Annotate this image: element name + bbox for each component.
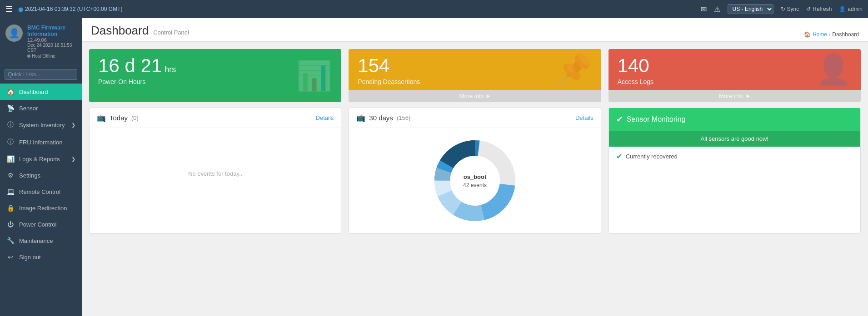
user-icon: 👤 bbox=[839, 6, 846, 12]
sidebar-item-sensor[interactable]: 📡 Sensor bbox=[0, 100, 82, 116]
sidebar-item-signout[interactable]: ↩ Sign out bbox=[0, 249, 82, 265]
access-logs-label: Access Logs bbox=[618, 78, 852, 85]
access-logs-more-info[interactable]: More info ➤ bbox=[609, 90, 861, 102]
30days-details-link[interactable]: Details bbox=[575, 114, 594, 121]
sidebar-item-fru[interactable]: ⓘ FRU Information bbox=[0, 133, 82, 151]
today-details-link[interactable]: Details bbox=[316, 114, 334, 121]
menu-icon[interactable]: ☰ bbox=[5, 4, 13, 14]
sensor-recovered-label: Currently recovered bbox=[626, 153, 678, 160]
check-circle-icon: ✔ bbox=[616, 114, 623, 124]
admin-button[interactable]: 👤 admin bbox=[839, 6, 863, 12]
sidebar-item-label: Dashboard bbox=[19, 89, 48, 95]
settings-icon: ⚙ bbox=[6, 172, 15, 179]
chevron-right-icon: ❯ bbox=[71, 122, 75, 128]
panel-30days-header: 📺 30 days (156) Details bbox=[349, 108, 600, 128]
page-subtitle: Control Panel bbox=[153, 29, 189, 36]
refresh-icon: ↺ bbox=[806, 6, 811, 12]
dashboard-icon: 🏠 bbox=[6, 88, 15, 95]
panel-today-header: 📺 Today (0) Details bbox=[90, 108, 341, 128]
logs-icon: 📊 bbox=[6, 155, 15, 163]
sidebar-item-label: Power Control bbox=[19, 221, 56, 228]
mail-icon[interactable]: ✉ bbox=[701, 5, 707, 14]
panel-sensor: ✔ Sensor Monitoring All sensors are good… bbox=[609, 108, 861, 234]
sensor-icon: 📡 bbox=[6, 104, 15, 112]
stat-card-body-green: 16 d 21 hrs Power-On Hours 📊 bbox=[89, 49, 341, 102]
sidebar-item-dashboard[interactable]: 🏠 Dashboard bbox=[0, 84, 82, 100]
panel-30days: 📺 30 days (156) Details bbox=[349, 108, 601, 234]
30days-count: (156) bbox=[397, 114, 410, 121]
stat-cards-row: 16 d 21 hrs Power-On Hours 📊 154 Pen bbox=[82, 42, 868, 108]
monitor-icon: 📺 bbox=[97, 114, 106, 122]
profile-info: BMC Firmware Information 12.49.06 Dec 24… bbox=[27, 25, 76, 59]
sync-button[interactable]: ↻ Sync bbox=[781, 6, 799, 12]
sync-icon: ↻ bbox=[781, 6, 785, 12]
stat-card-body-orange: 154 Pending Deassertions 📌 bbox=[349, 49, 601, 90]
layout: 👤 BMC Firmware Information 12.49.06 Dec … bbox=[0, 18, 868, 316]
donut-center-count: 42 events bbox=[463, 182, 487, 188]
remote-icon: 💻 bbox=[6, 188, 15, 195]
maintenance-icon: 🔧 bbox=[6, 237, 15, 244]
main-content: Dashboard Control Panel 🏠 Home / Dashboa… bbox=[82, 18, 868, 316]
today-title: Today bbox=[110, 114, 128, 122]
breadcrumb-home[interactable]: Home bbox=[813, 31, 827, 38]
sidebar-item-system-inventory[interactable]: ⓘ System Inventory ❯ bbox=[0, 116, 82, 133]
sensor-header: ✔ Sensor Monitoring bbox=[609, 108, 860, 131]
fru-icon: ⓘ bbox=[6, 138, 15, 146]
donut-center-label: os_boot bbox=[464, 173, 487, 180]
sidebar-item-label: Maintenance bbox=[19, 237, 53, 244]
home-icon: 🏠 bbox=[804, 31, 811, 38]
profile-version: 12.49.06 bbox=[27, 37, 76, 43]
sidebar-nav: 🏠 Dashboard 📡 Sensor ⓘ System Inventory … bbox=[0, 84, 82, 316]
breadcrumb-separator: / bbox=[829, 31, 830, 38]
today-count: (0) bbox=[131, 114, 139, 121]
sidebar-item-image-redirection[interactable]: 🔒 Image Redirection bbox=[0, 200, 82, 216]
sidebar-item-label: Logs & Reports bbox=[19, 156, 60, 163]
sidebar-item-label: Remote Control bbox=[19, 188, 60, 195]
pending-deassertions-more-info[interactable]: More info ➤ bbox=[349, 90, 601, 102]
pending-deassertions-number: 154 bbox=[358, 56, 592, 75]
language-select[interactable]: US - English bbox=[728, 4, 773, 14]
power-on-hours-label: Power-On Hours bbox=[98, 78, 332, 85]
donut-chart-wrap: os_boot 42 events bbox=[356, 135, 593, 226]
sensor-all-good: All sensors are good now! bbox=[609, 131, 860, 147]
search-input[interactable] bbox=[5, 69, 77, 80]
donut-chart: os_boot 42 events bbox=[429, 135, 520, 226]
topbar-right: ✉ ⚠ US - English ↻ Sync ↺ Refresh 👤 admi… bbox=[701, 4, 863, 14]
sidebar-item-label: Image Redirection bbox=[19, 205, 67, 212]
breadcrumb-current: Dashboard bbox=[832, 31, 859, 38]
profile-name[interactable]: BMC Firmware Information bbox=[27, 25, 76, 37]
panel-header-left: 📺 30 days (156) bbox=[356, 114, 410, 122]
avatar: 👤 bbox=[5, 25, 23, 42]
panels-row: 📺 Today (0) Details No events for today.… bbox=[82, 108, 868, 241]
status-dot: ⬤ bbox=[18, 7, 23, 12]
stat-card-body-red: 140 Access Logs 👤 bbox=[609, 49, 861, 90]
sidebar-item-logs[interactable]: 📊 Logs & Reports ❯ bbox=[0, 151, 82, 167]
timestamp: ⬤ 2021-04-16 03:39:32 (UTC+00:00 GMT) bbox=[18, 6, 122, 12]
check-icon: ✔ bbox=[616, 152, 622, 161]
panel-today: 📺 Today (0) Details No events for today.… bbox=[89, 108, 341, 234]
today-empty-message: No events for today.. bbox=[188, 170, 242, 177]
sidebar-item-remote-control[interactable]: 💻 Remote Control bbox=[0, 183, 82, 200]
sidebar-item-power-control[interactable]: ⏻ Power Control bbox=[0, 216, 82, 232]
access-logs-number: 140 bbox=[618, 56, 852, 75]
monitor-icon-30: 📺 bbox=[356, 114, 365, 122]
30days-panel-body: os_boot 42 events bbox=[349, 128, 600, 233]
bell-icon[interactable]: ⚠ bbox=[714, 5, 720, 14]
sidebar-item-label: Sign out bbox=[19, 254, 41, 261]
profile-date: Dec 24 2020 16:51:53 CST bbox=[27, 43, 76, 53]
stat-card-access-logs: 140 Access Logs 👤 More info ➤ bbox=[609, 49, 861, 102]
signout-icon: ↩ bbox=[6, 253, 15, 261]
sidebar-item-settings[interactable]: ⚙ Settings bbox=[0, 167, 82, 183]
content-header-left: Dashboard Control Panel bbox=[91, 24, 189, 38]
stat-card-pending-deassertions: 154 Pending Deassertions 📌 More info ➤ bbox=[349, 49, 601, 102]
sidebar-search-wrap bbox=[0, 65, 82, 84]
image-icon: 🔒 bbox=[6, 204, 15, 212]
sidebar-item-maintenance[interactable]: 🔧 Maintenance bbox=[0, 232, 82, 249]
svg-point-9 bbox=[450, 156, 499, 205]
content-header: Dashboard Control Panel 🏠 Home / Dashboa… bbox=[82, 18, 868, 42]
status-indicator bbox=[27, 54, 30, 58]
refresh-button[interactable]: ↺ Refresh bbox=[806, 6, 832, 12]
sidebar-item-label: System Inventory bbox=[19, 122, 65, 128]
panel-header-left: 📺 Today (0) bbox=[97, 114, 139, 122]
30days-title: 30 days bbox=[369, 114, 393, 122]
